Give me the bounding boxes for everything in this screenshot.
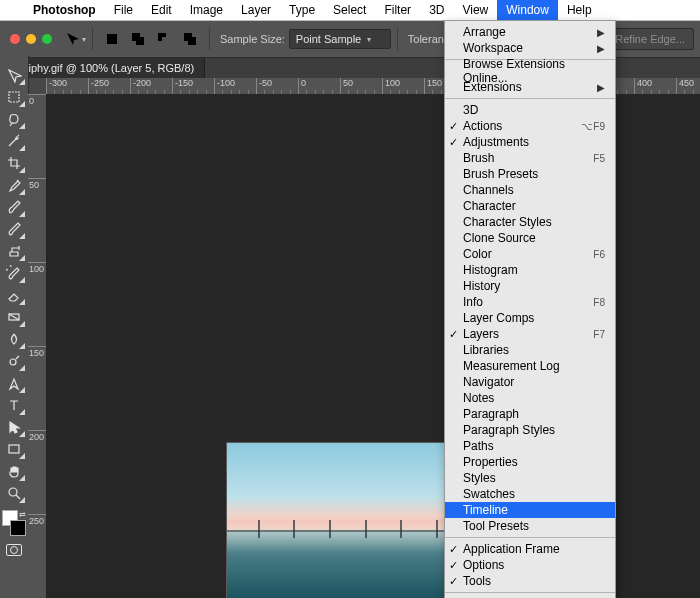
menu-file[interactable]: File [105, 0, 142, 20]
menu-item-styles[interactable]: Styles [445, 470, 615, 486]
menu-item-timeline[interactable]: Timeline [445, 502, 615, 518]
tool-magic-wand[interactable] [2, 130, 26, 152]
menu-item-label: Layer Comps [463, 311, 534, 325]
menu-item-navigator[interactable]: Navigator [445, 374, 615, 390]
menu-type[interactable]: Type [280, 0, 324, 20]
menu-item-label: Tools [463, 574, 491, 588]
sample-layers-icon[interactable] [102, 29, 122, 49]
menu-item-properties[interactable]: Properties [445, 454, 615, 470]
menu-filter[interactable]: Filter [375, 0, 420, 20]
submenu-arrow-icon: ▶ [597, 43, 605, 54]
menu-item-swatches[interactable]: Swatches [445, 486, 615, 502]
tool-gradient[interactable] [2, 306, 26, 328]
tool-dodge[interactable] [2, 350, 26, 372]
tool-clone-stamp[interactable] [2, 240, 26, 262]
menu-item-application-frame[interactable]: ✓Application Frame [445, 541, 615, 557]
tool-hand[interactable] [2, 460, 26, 482]
sample-size-dropdown[interactable]: Point Sample▾ [289, 29, 391, 49]
tool-rect-marquee[interactable] [2, 86, 26, 108]
menu-item-layers[interactable]: ✓LayersF7 [445, 326, 615, 342]
menu-item-browse-extensions-online-[interactable]: Browse Extensions Online... [445, 63, 615, 79]
check-icon: ✓ [449, 543, 458, 556]
close-icon[interactable] [10, 34, 20, 44]
menu-item-tool-presets[interactable]: Tool Presets [445, 518, 615, 534]
window-traffic-lights[interactable] [10, 34, 52, 44]
background-color[interactable] [10, 520, 26, 536]
tool-brush[interactable] [2, 218, 26, 240]
menu-item-workspace[interactable]: Workspace▶ [445, 40, 615, 56]
tool-history-brush[interactable] [2, 262, 26, 284]
menu-item-libraries[interactable]: Libraries [445, 342, 615, 358]
subtract-selection-icon[interactable] [154, 29, 174, 49]
svg-rect-2 [136, 37, 144, 45]
tool-path-select[interactable] [2, 416, 26, 438]
menu-item-brush[interactable]: BrushF5 [445, 150, 615, 166]
swap-colors-icon[interactable]: ⇄ [19, 510, 26, 519]
tool-crop[interactable] [2, 152, 26, 174]
menu-item-actions[interactable]: ✓Actions⌥F9 [445, 118, 615, 134]
zoom-icon[interactable] [42, 34, 52, 44]
menu-view[interactable]: View [453, 0, 497, 20]
tool-move[interactable] [2, 64, 26, 86]
color-swatches[interactable]: ⇄ [2, 510, 26, 536]
menu-edit[interactable]: Edit [142, 0, 181, 20]
menu-item-3d[interactable]: 3D [445, 102, 615, 118]
menu-item-options[interactable]: ✓Options [445, 557, 615, 573]
menu-window[interactable]: Window [497, 0, 558, 20]
menu-image[interactable]: Image [181, 0, 232, 20]
document-tab[interactable]: × giphy.gif @ 100% (Layer 5, RGB/8) [0, 58, 205, 78]
menu-item-clone-source[interactable]: Clone Source [445, 230, 615, 246]
menu-item-label: Layers [463, 327, 499, 341]
menu-item-layer-comps[interactable]: Layer Comps [445, 310, 615, 326]
menu-shortcut: F7 [593, 329, 605, 340]
menu-item-character-styles[interactable]: Character Styles [445, 214, 615, 230]
menu-item-paths[interactable]: Paths [445, 438, 615, 454]
menu-item-paragraph[interactable]: Paragraph [445, 406, 615, 422]
tool-eraser[interactable] [2, 284, 26, 306]
menu-item-histogram[interactable]: Histogram [445, 262, 615, 278]
menu-3d[interactable]: 3D [420, 0, 453, 20]
check-icon: ✓ [449, 120, 458, 133]
add-selection-icon[interactable] [128, 29, 148, 49]
menu-item-notes[interactable]: Notes [445, 390, 615, 406]
menu-item-adjustments[interactable]: ✓Adjustments [445, 134, 615, 150]
menu-item-brush-presets[interactable]: Brush Presets [445, 166, 615, 182]
tool-lasso[interactable] [2, 108, 26, 130]
tool-spot-heal[interactable] [2, 196, 26, 218]
tool-pen[interactable] [2, 372, 26, 394]
intersect-selection-icon[interactable] [180, 29, 200, 49]
tool-zoom[interactable] [2, 482, 26, 504]
menu-layer[interactable]: Layer [232, 0, 280, 20]
menu-item-info[interactable]: InfoF8 [445, 294, 615, 310]
minimize-icon[interactable] [26, 34, 36, 44]
tool-rectangle[interactable] [2, 438, 26, 460]
menu-item-label: Adjustments [463, 135, 529, 149]
menu-item-history[interactable]: History [445, 278, 615, 294]
refine-edge-button[interactable]: Refine Edge... [606, 28, 694, 50]
menu-item-extensions[interactable]: Extensions▶ [445, 79, 615, 95]
menu-item-arrange[interactable]: Arrange▶ [445, 24, 615, 40]
app-name-menu[interactable]: Photoshop [24, 0, 105, 20]
quick-mask-toggle[interactable] [2, 540, 26, 560]
menu-item-label: Arrange [463, 25, 506, 39]
svg-point-9 [10, 359, 16, 365]
ruler-tick-label: -300 [49, 78, 67, 88]
menu-item-character[interactable]: Character [445, 198, 615, 214]
menu-select[interactable]: Select [324, 0, 375, 20]
menu-item-measurement-log[interactable]: Measurement Log [445, 358, 615, 374]
menu-item-color[interactable]: ColorF6 [445, 246, 615, 262]
menu-item-label: Workspace [463, 41, 523, 55]
chevron-down-icon[interactable]: ▾ [82, 35, 86, 44]
menu-item-tools[interactable]: ✓Tools [445, 573, 615, 589]
vertical-ruler[interactable]: 050100150200250 [28, 94, 47, 598]
menu-item-label: Navigator [463, 375, 514, 389]
svg-rect-7 [9, 92, 19, 102]
menu-help[interactable]: Help [558, 0, 601, 20]
menu-item-paragraph-styles[interactable]: Paragraph Styles [445, 422, 615, 438]
tool-type[interactable] [2, 394, 26, 416]
tool-preset-icon[interactable] [63, 29, 83, 49]
tool-eyedropper[interactable] [2, 174, 26, 196]
tool-blur[interactable] [2, 328, 26, 350]
menu-item-channels[interactable]: Channels [445, 182, 615, 198]
submenu-arrow-icon: ▶ [597, 27, 605, 38]
